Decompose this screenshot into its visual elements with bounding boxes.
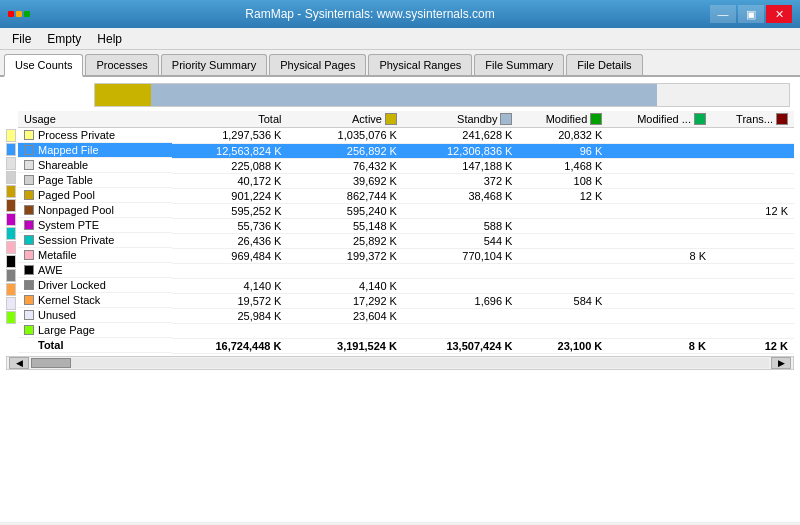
cell-trans bbox=[712, 128, 794, 144]
table-row[interactable]: Total16,724,448 K3,191,524 K13,507,424 K… bbox=[18, 338, 794, 353]
title-bar: RamMap - Sysinternals: www.sysinternals.… bbox=[0, 0, 800, 28]
cell-modified bbox=[518, 278, 608, 293]
row-color-swatch bbox=[24, 145, 34, 155]
tab-physical-ranges[interactable]: Physical Ranges bbox=[368, 54, 472, 75]
window-controls: — ▣ ✕ bbox=[710, 5, 792, 23]
cell-trans bbox=[712, 233, 794, 248]
cell-standby bbox=[403, 278, 518, 293]
minimize-button[interactable]: — bbox=[710, 5, 736, 23]
row-color-swatch bbox=[24, 205, 34, 215]
menu-bar: File Empty Help bbox=[0, 28, 800, 50]
table-row[interactable]: Process Private1,297,536 K1,035,076 K241… bbox=[18, 128, 794, 144]
scroll-track[interactable] bbox=[31, 358, 769, 368]
cell-active: 17,292 K bbox=[287, 293, 402, 308]
cell-modified bbox=[518, 218, 608, 233]
scroll-right-button[interactable]: ▶ bbox=[771, 357, 791, 369]
cell-standby: 241,628 K bbox=[403, 128, 518, 144]
tab-file-summary[interactable]: File Summary bbox=[474, 54, 564, 75]
menu-help[interactable]: Help bbox=[89, 30, 130, 48]
tab-bar: Use Counts Processes Priority Summary Ph… bbox=[0, 50, 800, 77]
cell-standby: 544 K bbox=[403, 233, 518, 248]
cell-total: 901,224 K bbox=[172, 188, 287, 203]
cell-modified bbox=[518, 308, 608, 323]
cell-modified2 bbox=[608, 158, 712, 173]
table-row[interactable]: Kernel Stack19,572 K17,292 K1,696 K584 K bbox=[18, 293, 794, 308]
table-row[interactable]: Large Page bbox=[18, 323, 794, 338]
tab-use-counts[interactable]: Use Counts bbox=[4, 54, 83, 77]
content-area: Usage Total Active Standby Modified Mo bbox=[0, 77, 800, 522]
cell-modified2 bbox=[608, 128, 712, 144]
colorbar-segment-1 bbox=[151, 84, 658, 106]
col-usage: Usage bbox=[18, 111, 172, 128]
tab-physical-pages[interactable]: Physical Pages bbox=[269, 54, 366, 75]
row-color-swatch bbox=[24, 190, 34, 200]
maximize-button[interactable]: ▣ bbox=[738, 5, 764, 23]
tab-processes[interactable]: Processes bbox=[85, 54, 158, 75]
cell-label: Mapped File bbox=[18, 143, 172, 158]
cell-trans bbox=[712, 323, 794, 338]
cell-label-text: Driver Locked bbox=[38, 279, 106, 291]
close-button[interactable]: ✕ bbox=[766, 5, 792, 23]
cell-label: Driver Locked bbox=[18, 278, 172, 293]
table-row[interactable]: System PTE55,736 K55,148 K588 K bbox=[18, 218, 794, 233]
cell-modified2 bbox=[608, 188, 712, 203]
cell-label: Large Page bbox=[18, 323, 172, 338]
col-modified: Modified bbox=[518, 111, 608, 128]
left-color-strip bbox=[6, 129, 16, 354]
menu-file[interactable]: File bbox=[4, 30, 39, 48]
table-row[interactable]: Unused25,984 K23,604 K bbox=[18, 308, 794, 323]
table-row[interactable]: Paged Pool901,224 K862,744 K38,468 K12 K bbox=[18, 188, 794, 203]
tab-file-details[interactable]: File Details bbox=[566, 54, 642, 75]
scroll-left-button[interactable]: ◀ bbox=[9, 357, 29, 369]
cell-total: 225,088 K bbox=[172, 158, 287, 173]
cell-trans bbox=[712, 188, 794, 203]
cell-label: Shareable bbox=[18, 158, 172, 173]
cell-trans bbox=[712, 293, 794, 308]
cell-modified2 bbox=[608, 218, 712, 233]
cell-total: 19,572 K bbox=[172, 293, 287, 308]
cell-label: Session Private bbox=[18, 233, 172, 248]
cell-total: 16,724,448 K bbox=[172, 338, 287, 353]
cell-active: 595,240 K bbox=[287, 203, 402, 218]
cell-standby: 770,104 K bbox=[403, 248, 518, 263]
colorbar-segment-2 bbox=[657, 84, 789, 106]
horizontal-scrollbar[interactable]: ◀ ▶ bbox=[6, 356, 794, 370]
cell-modified2 bbox=[608, 143, 712, 158]
cell-modified2 bbox=[608, 203, 712, 218]
menu-empty[interactable]: Empty bbox=[39, 30, 89, 48]
table-row[interactable]: AWE bbox=[18, 263, 794, 278]
table-row[interactable]: Session Private26,436 K25,892 K544 K bbox=[18, 233, 794, 248]
cell-total: 1,297,536 K bbox=[172, 128, 287, 144]
cell-label: Nonpaged Pool bbox=[18, 203, 172, 218]
cell-modified2 bbox=[608, 278, 712, 293]
table-row[interactable]: Driver Locked4,140 K4,140 K bbox=[18, 278, 794, 293]
cell-total: 969,484 K bbox=[172, 248, 287, 263]
cell-modified: 23,100 K bbox=[518, 338, 608, 353]
cell-total bbox=[172, 323, 287, 338]
col-total: Total bbox=[172, 111, 287, 128]
cell-label-text: Large Page bbox=[38, 324, 95, 336]
cell-modified bbox=[518, 323, 608, 338]
tab-priority-summary[interactable]: Priority Summary bbox=[161, 54, 267, 75]
cell-modified: 12 K bbox=[518, 188, 608, 203]
cell-active bbox=[287, 323, 402, 338]
table-row[interactable]: Page Table40,172 K39,692 K372 K108 K bbox=[18, 173, 794, 188]
table-row[interactable]: Metafile969,484 K199,372 K770,104 K8 K bbox=[18, 248, 794, 263]
cell-label-text: AWE bbox=[38, 264, 63, 276]
cell-label-text: Session Private bbox=[38, 234, 114, 246]
cell-label-text: Unused bbox=[38, 309, 76, 321]
col-active: Active bbox=[287, 111, 402, 128]
table-row[interactable]: Mapped File12,563,824 K256,892 K12,306,8… bbox=[18, 143, 794, 158]
cell-modified bbox=[518, 233, 608, 248]
cell-modified bbox=[518, 248, 608, 263]
row-color-swatch bbox=[24, 235, 34, 245]
table-row[interactable]: Nonpaged Pool595,252 K595,240 K12 K bbox=[18, 203, 794, 218]
scroll-thumb[interactable] bbox=[31, 358, 71, 368]
cell-active: 55,148 K bbox=[287, 218, 402, 233]
table-row[interactable]: Shareable225,088 K76,432 K147,188 K1,468… bbox=[18, 158, 794, 173]
col-modified2: Modified ... bbox=[608, 111, 712, 128]
cell-standby: 147,188 K bbox=[403, 158, 518, 173]
cell-active: 3,191,524 K bbox=[287, 338, 402, 353]
cell-label: Unused bbox=[18, 308, 172, 323]
cell-label: System PTE bbox=[18, 218, 172, 233]
